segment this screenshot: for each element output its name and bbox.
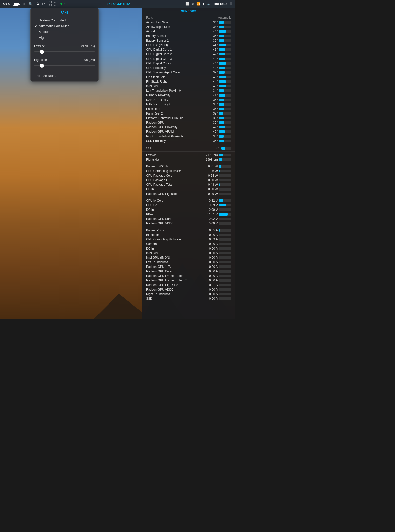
sensor-name: Left Thunderbolt Proximity [146, 89, 204, 92]
sensor-value: 39° [204, 71, 218, 74]
sensor-row: Radeon GPU High Side 0.01 A [142, 283, 235, 287]
sensor-bar-container [219, 193, 231, 195]
sensor-row: CPU Digital Core 4 44° [142, 61, 235, 66]
fan-rpm-section: Leftside 2170rpm Rightside 1998rpm [142, 152, 235, 163]
sensor-bar-container [219, 126, 231, 128]
sensor-value: 42° [204, 125, 218, 129]
sensor-value: 33° [204, 135, 218, 138]
sensor-row: Platform Controller Hub Die 35° [142, 116, 235, 120]
sensor-row: SSD 0.00 A [142, 296, 235, 301]
sensor-bar [219, 126, 225, 128]
rightside-value: 1998 (0%) [81, 58, 95, 62]
sensor-name: NAND Proximity 2 [146, 103, 204, 106]
sensor-row: Palm Rest 2 32° [142, 111, 235, 116]
battery-small: ▮ [203, 2, 205, 6]
ssd-section-header: SSD 33° [142, 145, 235, 150]
sensor-name: Airflow Right Side [146, 25, 204, 29]
wifi-icon: 📶 [196, 2, 200, 6]
sensor-name: Radeon GPU [146, 121, 204, 124]
sensor-bar-container [219, 183, 231, 186]
menubar: 58% ⊞ 🔍 🌤 80° 0 KB/s 1 KB/s 91° 33° 35° … [0, 0, 235, 8]
fans-label: Fans [146, 16, 153, 20]
rightside-slider-section: Rightside 1998 (0%) [31, 56, 98, 70]
sensor-row: CPU Digital Core 1 41° [142, 47, 235, 52]
sensor-bar [219, 103, 224, 106]
sensor-name: Airport [146, 30, 204, 33]
sensor-value: 43° [204, 75, 218, 79]
sensor-name: Radeon GPU Frame Buffer [146, 274, 204, 278]
fans-menu-item[interactable]: High [31, 35, 98, 41]
sensor-bar [219, 165, 221, 168]
sensor-row: CPU Package GPU 0.00 W [142, 178, 235, 182]
edit-fan-rules-button[interactable]: Edit Fan Rules [31, 72, 98, 79]
sensor-name: CPU System Agent Core [146, 71, 204, 74]
sensor-bar-container [219, 44, 231, 46]
sensor-value: 0.00 A [204, 251, 218, 255]
fans-menu-item[interactable]: ✓ Automatic Fan Rules [31, 23, 98, 29]
sensor-bar-container [219, 279, 231, 282]
sensor-bar-container [219, 71, 231, 74]
cpu-grid-icon: ⊞ [22, 2, 25, 6]
sensor-row: CPU SA 0.59 V [142, 203, 235, 207]
sensor-bar-container [219, 204, 231, 206]
sensor-value: 35° [204, 103, 218, 106]
rightside-slider[interactable] [34, 65, 95, 66]
sensor-bar [219, 26, 224, 28]
sensor-bar [219, 112, 223, 115]
sensor-row: Radeon GPU Highside 0.09 W [142, 192, 235, 196]
sensor-bar-container [219, 158, 231, 161]
sensor-value: 0.00 W [204, 178, 218, 182]
sensor-value: 42° [204, 52, 218, 56]
sensor-bar [219, 108, 224, 110]
sensor-bar-container [219, 288, 231, 291]
sensor-bar [219, 183, 220, 186]
weather-display: 🌤 80° [36, 2, 45, 6]
sensor-name: Palm Rest [146, 107, 204, 111]
check-mark: ✓ [35, 24, 39, 28]
sensor-name: Radeon GPU VDDCI [146, 288, 204, 291]
sensor-name: CPU Digital Core 2 [146, 52, 204, 56]
fans-menu-items: System Controlled ✓ Automatic Fan Rules … [31, 17, 98, 41]
sensor-name: Airflow Left Side [146, 21, 204, 24]
sensor-bar [219, 21, 224, 24]
temp-readings: 33° 35° 44° 0.0V [106, 2, 130, 6]
sensor-name: CPU IA Core [146, 199, 204, 202]
sensor-bar-container [219, 188, 231, 191]
sensor-bar-container [219, 30, 231, 33]
menubar-right: ⬜ ▱ 📶 ▮ 🔈 Thu 18:03 ☰ [185, 2, 232, 6]
fans-menu-item[interactable]: System Controlled [31, 17, 98, 23]
search-icon[interactable]: 🔍 [29, 2, 33, 6]
menu-item-label: System Controlled [39, 18, 66, 22]
power-section: Battery (BMON) 6.31 W CPU Computing High… [142, 163, 235, 197]
sensor-row: Radeon GPU 35° [142, 120, 235, 125]
sensor-value: 1.06 W [204, 169, 218, 173]
sensor-row: NAND Proximity 1 35° [142, 98, 235, 102]
sensor-name: Battery PBus [146, 229, 204, 232]
leftside-slider[interactable] [34, 51, 95, 52]
menu-item-label: Medium [39, 30, 50, 34]
cast-icon: ⬜ [185, 2, 189, 6]
sensor-bar-container [219, 222, 231, 225]
sensor-value: 0.24 W [204, 174, 218, 177]
sensor-value: 40° [204, 130, 218, 134]
sensor-value: 44° [204, 80, 218, 83]
sensor-row: Airflow Left Side 34° [142, 20, 235, 25]
current-section: Battery PBus 0.55 A Bluetooth 0.00 A CPU… [142, 227, 235, 302]
sensor-name: CPU Proximity [146, 66, 204, 70]
sensor-bar-container [219, 112, 231, 115]
sensor-value: 0.48 W [204, 183, 218, 186]
sensor-bar-container [219, 39, 231, 42]
leftside-slider-section: Leftside 2170 (0%) [31, 43, 98, 56]
sensor-name: CPU Digital Core 4 [146, 62, 204, 65]
sensor-name: Platform Controller Hub Die [146, 116, 204, 120]
sensor-value: 0.00 W [204, 187, 218, 191]
fans-menu-item[interactable]: Medium [31, 29, 98, 35]
sensor-row: CPU System Agent Core 39° [142, 70, 235, 75]
temp-display: 91° [60, 2, 65, 6]
sensor-name: CPU Digital Core 3 [146, 57, 204, 61]
sensor-bar-container [219, 89, 231, 92]
sensor-value: 0.00 A [204, 270, 218, 273]
ssd-section: SSD 33° [142, 144, 235, 152]
sensor-row: Radeon GPU VDDCI 0.00 V [142, 221, 235, 226]
sensor-bar [219, 30, 226, 33]
